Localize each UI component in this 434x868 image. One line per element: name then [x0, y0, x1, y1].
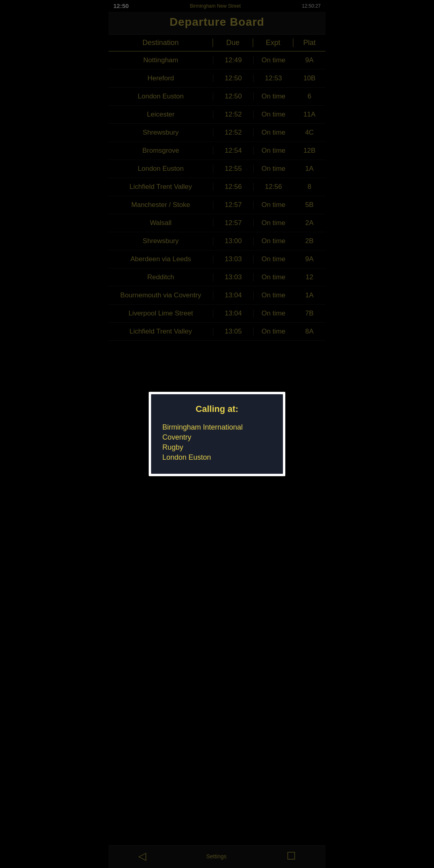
- calling-at-modal: Calling at: Birmingham InternationalCove…: [149, 392, 285, 434]
- modal-overlay[interactable]: Calling at: Birmingham InternationalCove…: [108, 0, 326, 434]
- modal-content: Calling at: Birmingham InternationalCove…: [151, 394, 283, 434]
- modal-title: Calling at:: [162, 404, 272, 414]
- modal-stops-list: Birmingham InternationalCoventryRugbyLon…: [162, 422, 272, 434]
- stop-item: Birmingham International: [162, 422, 272, 432]
- stop-item: Coventry: [162, 432, 272, 434]
